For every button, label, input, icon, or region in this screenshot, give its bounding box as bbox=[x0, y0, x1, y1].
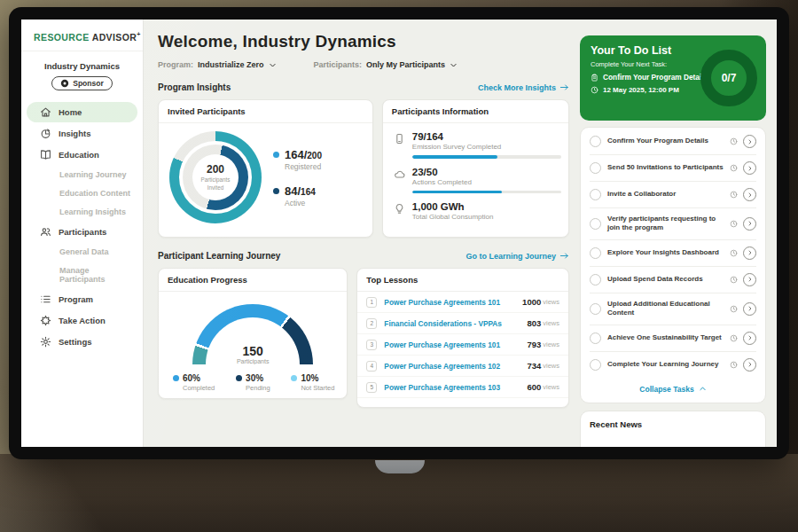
legend-dot bbox=[273, 188, 279, 194]
top-lessons-card: Top Lessons 1 Power Purchase Agreements … bbox=[356, 268, 569, 408]
sidebar-item-label: Education Content bbox=[59, 189, 130, 198]
legend-value: 164/ bbox=[285, 148, 307, 161]
task-open-button[interactable] bbox=[743, 358, 756, 372]
donut-center: 200 Participants Invited bbox=[192, 154, 239, 200]
task-checkbox[interactable] bbox=[590, 303, 601, 315]
task-row[interactable]: Complete Your Learning Journey bbox=[590, 352, 756, 378]
task-open-button[interactable] bbox=[743, 332, 756, 345]
lesson-row[interactable]: 4 Power Purchase Agreements 102 734 view… bbox=[357, 356, 568, 377]
stat-value: 1,000 GWh bbox=[412, 201, 494, 212]
task-checkbox[interactable] bbox=[590, 189, 601, 200]
task-row[interactable]: Confirm Your Program Details bbox=[590, 129, 756, 155]
legend-label: Active bbox=[285, 199, 316, 207]
chevron-right-icon bbox=[747, 139, 753, 145]
brand-plus: + bbox=[137, 31, 141, 37]
task-open-button[interactable] bbox=[743, 161, 756, 175]
page-title: Welcome, Industry Dynamics bbox=[158, 32, 569, 51]
filters-row: Program: Industrialize Zero Participants… bbox=[158, 60, 569, 69]
sidebar-item[interactable]: Education Content bbox=[27, 184, 137, 202]
legend-dot bbox=[173, 375, 179, 381]
task-label: Confirm Your Program Details bbox=[607, 137, 730, 145]
check-more-insights-link[interactable]: Check More Insights bbox=[478, 82, 569, 92]
task-checkbox[interactable] bbox=[590, 162, 601, 174]
sidebar-item[interactable]: Program bbox=[27, 289, 137, 309]
task-open-button[interactable] bbox=[743, 217, 756, 231]
sidebar-item[interactable]: General Data bbox=[27, 243, 137, 261]
recent-news-card: Recent News bbox=[580, 411, 766, 447]
chevron-right-icon bbox=[747, 362, 753, 367]
lesson-title-link[interactable]: Power Purchase Agreements 101 bbox=[384, 340, 527, 349]
survey-icon bbox=[394, 133, 405, 145]
sidebar-item[interactable]: Insights bbox=[27, 123, 137, 144]
task-open-button[interactable] bbox=[743, 246, 756, 260]
sidebar-item[interactable]: Participants bbox=[27, 222, 137, 242]
task-checkbox[interactable] bbox=[590, 332, 601, 344]
go-to-learning-journey-link[interactable]: Go to Learning Journey bbox=[466, 251, 569, 261]
task-checkbox[interactable] bbox=[590, 136, 601, 147]
top-lessons-list: 1 Power Purchase Agreements 101 1000 vie… bbox=[357, 292, 568, 398]
participants-dropdown[interactable]: Participants: Only My Participants bbox=[314, 60, 458, 69]
participants-value: Only My Participants bbox=[366, 60, 445, 69]
task-row[interactable]: Upload Additional Educational Content bbox=[590, 293, 756, 325]
education-gauge-legend: 60% Completed 30% Pending bbox=[159, 364, 347, 392]
stat-row: 23/50 Actions Completed bbox=[394, 167, 558, 194]
task-checkbox[interactable] bbox=[590, 247, 601, 259]
collapse-tasks-button[interactable]: Collapse Tasks bbox=[590, 378, 756, 402]
task-row[interactable]: Achieve One Sustainability Target bbox=[590, 325, 756, 352]
task-row[interactable]: Explore Your Insights Dashboard bbox=[590, 240, 756, 267]
task-checkbox[interactable] bbox=[590, 359, 601, 371]
lesson-views-count: 734 bbox=[527, 361, 541, 371]
lesson-title-link[interactable]: Power Purchase Agreements 102 bbox=[384, 362, 527, 371]
task-open-button[interactable] bbox=[743, 188, 756, 201]
lesson-title-link[interactable]: Financial Considerations - VPPAs bbox=[384, 319, 527, 328]
lesson-views-word: views bbox=[543, 362, 559, 370]
task-row[interactable]: Upload Spend Data Records bbox=[590, 267, 756, 293]
clock-icon bbox=[730, 305, 738, 313]
lesson-row[interactable]: 5 Power Purchase Agreements 103 600 view… bbox=[357, 377, 568, 398]
participants-information-title: Participants Information bbox=[383, 100, 568, 123]
program-dropdown[interactable]: Program: Industrialize Zero bbox=[158, 60, 277, 69]
lesson-row[interactable]: 1 Power Purchase Agreements 101 1000 vie… bbox=[357, 292, 568, 313]
gauge-center-label: Participants bbox=[192, 358, 313, 364]
task-row[interactable]: Send 50 Invitations to Participants bbox=[590, 155, 756, 182]
task-open-button[interactable] bbox=[743, 273, 756, 286]
sidebar-item[interactable]: Home bbox=[27, 102, 137, 122]
task-checkbox[interactable] bbox=[590, 274, 601, 286]
sidebar-item[interactable]: Take Action bbox=[27, 310, 137, 331]
program-value: Industrialize Zero bbox=[198, 60, 264, 69]
sidebar-item[interactable]: Education bbox=[27, 145, 137, 165]
task-open-button[interactable] bbox=[743, 135, 756, 148]
sidebar-item[interactable]: Learning Insights bbox=[27, 203, 137, 221]
progress-bar-fill bbox=[412, 155, 497, 159]
sidebar-item[interactable]: Learning Journey bbox=[27, 166, 137, 184]
todo-tasks-card: Confirm Your Program Details Send 50 Inv… bbox=[580, 127, 766, 403]
lesson-rank: 4 bbox=[366, 361, 377, 372]
sidebar-item[interactable]: Manage Participants bbox=[27, 262, 137, 288]
lesson-title-link[interactable]: Power Purchase Agreements 103 bbox=[384, 383, 527, 392]
lesson-title-link[interactable]: Power Purchase Agreements 101 bbox=[384, 298, 522, 307]
legend-item: 164/200 Registered bbox=[273, 148, 322, 171]
program-icon bbox=[40, 293, 51, 305]
chevron-right-icon bbox=[747, 221, 753, 226]
lesson-row[interactable]: 2 Financial Considerations - VPPAs 803 v… bbox=[357, 313, 568, 334]
monitor-stand bbox=[375, 460, 425, 473]
task-open-button[interactable] bbox=[743, 302, 756, 316]
legend-text: 84/164 Active bbox=[285, 184, 316, 207]
legend-top: 30% bbox=[236, 373, 270, 383]
app-logo[interactable]: RESOURCE ADVISOR+ bbox=[21, 20, 143, 51]
lesson-row[interactable]: 3 Power Purchase Agreements 101 793 view… bbox=[357, 334, 568, 356]
task-row[interactable]: Invite a Collaborator bbox=[590, 182, 756, 208]
education-progress-card: Education Progress 150 Participants bbox=[158, 268, 348, 399]
sidebar-item[interactable]: Settings bbox=[27, 332, 137, 352]
sidebar-item-label: Learning Journey bbox=[59, 170, 127, 179]
legend-dot bbox=[291, 375, 297, 381]
stat-value: 79/164 bbox=[412, 131, 561, 142]
chevron-down-icon bbox=[269, 61, 277, 69]
task-row[interactable]: Verify participants requesting to join t… bbox=[590, 208, 756, 240]
sponsor-badge[interactable]: Sponsor bbox=[51, 76, 112, 90]
learning-journey-header: Participant Learning Journey Go to Learn… bbox=[158, 251, 569, 261]
legend-value: 84/ bbox=[285, 184, 301, 198]
settings-icon bbox=[40, 336, 51, 348]
task-checkbox[interactable] bbox=[590, 218, 601, 230]
stat-value: 23/50 bbox=[412, 167, 561, 177]
